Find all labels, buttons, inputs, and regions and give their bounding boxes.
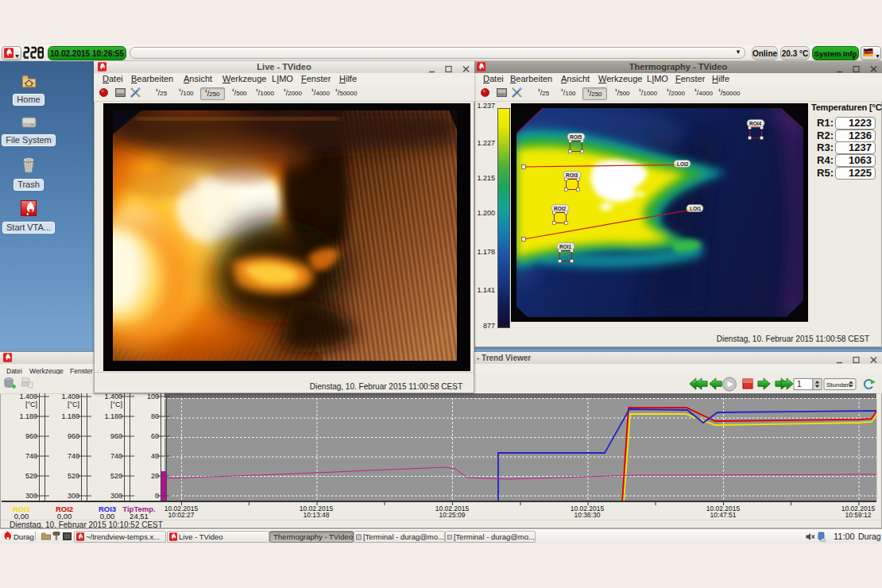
svg-text:[°C]: [°C]	[68, 400, 79, 408]
svg-text:0: 0	[155, 492, 159, 500]
svg-text:20: 20	[151, 472, 159, 480]
svg-text:ROI4: ROI4	[749, 121, 762, 126]
svg-text:80: 80	[151, 412, 159, 420]
svg-text:100: 100	[147, 393, 159, 400]
svg-text:LOI1: LOI1	[690, 206, 702, 211]
svg-text:960: 960	[25, 432, 37, 440]
svg-text:Stunden: Stunden	[826, 381, 850, 389]
svg-text:960: 960	[110, 432, 122, 440]
svg-text:300: 300	[25, 492, 37, 500]
svg-text:[°C]: [°C]	[25, 400, 37, 408]
svg-text:ROI1: ROI1	[559, 244, 572, 250]
svg-text:60: 60	[151, 432, 159, 440]
svg-text:1.400: 1.400	[19, 393, 37, 400]
svg-text:520: 520	[110, 472, 122, 480]
svg-text:300: 300	[110, 492, 122, 500]
svg-text:1.400: 1.400	[61, 393, 79, 400]
svg-text:1.180: 1.180	[61, 412, 79, 420]
svg-text:ROI2: ROI2	[554, 206, 567, 211]
svg-text:ROI3: ROI3	[566, 172, 578, 178]
svg-text:LOI2: LOI2	[677, 161, 689, 167]
svg-text:960: 960	[68, 432, 79, 440]
svg-text:1.180: 1.180	[19, 412, 37, 420]
svg-text:[°C]: [°C]	[110, 400, 122, 408]
svg-text:520: 520	[68, 472, 79, 480]
svg-text:1.400: 1.400	[104, 393, 122, 400]
svg-text:740: 740	[25, 452, 37, 460]
svg-text:1.180: 1.180	[104, 412, 122, 420]
svg-text:300: 300	[68, 492, 79, 500]
svg-text:ROI5: ROI5	[570, 134, 582, 140]
svg-text:740: 740	[68, 452, 79, 460]
svg-text:740: 740	[110, 452, 122, 460]
svg-text:1: 1	[797, 380, 802, 389]
svg-text:40: 40	[151, 452, 159, 460]
svg-text:520: 520	[25, 472, 37, 480]
